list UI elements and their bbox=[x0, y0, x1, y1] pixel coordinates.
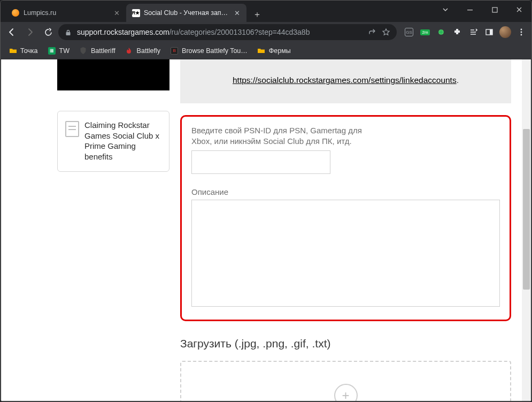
titlebar: Lumpics.ru ✕ R★ Social Club - Учетная за… bbox=[1, 1, 531, 22]
tab-lumpics[interactable]: Lumpics.ru ✕ bbox=[6, 4, 126, 22]
profile-avatar[interactable] bbox=[498, 25, 512, 39]
sidebar-black-panel bbox=[57, 59, 169, 90]
tab-strip: Lumpics.ru ✕ R★ Social Club - Учетная за… bbox=[1, 3, 265, 22]
form-highlighted-section: Введите свой PSN-ID для PSN, Gamertag дл… bbox=[180, 115, 511, 321]
bookmark-label: Battlefly bbox=[137, 47, 160, 55]
tab-socialclub[interactable]: R★ Social Club - Учетная запись Soc ✕ bbox=[126, 4, 246, 22]
extensions-button[interactable] bbox=[450, 25, 464, 39]
battlefy-icon: B bbox=[170, 47, 179, 55]
share-icon[interactable] bbox=[368, 28, 376, 36]
bookmark-label: Фермы bbox=[269, 47, 291, 55]
page-content: Claiming Rockstar Games Social Club x Pr… bbox=[1, 59, 522, 401]
folder-icon bbox=[257, 47, 266, 55]
forward-button[interactable] bbox=[22, 24, 38, 40]
document-icon bbox=[65, 121, 79, 137]
folder-icon bbox=[9, 47, 17, 55]
minimize-button[interactable] bbox=[458, 1, 482, 19]
svg-point-7 bbox=[521, 32, 522, 33]
viewport: Claiming Rockstar Games Social Club x Pr… bbox=[1, 59, 531, 401]
svg-rect-1 bbox=[492, 7, 497, 12]
bookmark-label: TW bbox=[59, 47, 70, 55]
address-bar[interactable]: support.rockstargames.com/ru/categories/… bbox=[58, 24, 397, 40]
extensions-area: GS 2m bbox=[399, 25, 528, 39]
tab-search-button[interactable] bbox=[433, 1, 458, 19]
favicon-lumpics bbox=[11, 9, 20, 17]
main-column: https://socialclub.rockstargames.com/set… bbox=[180, 59, 511, 401]
svg-point-6 bbox=[521, 29, 522, 31]
linked-accounts-link[interactable]: https://socialclub.rockstargames.com/set… bbox=[233, 75, 457, 85]
info-banner: https://socialclub.rockstargames.com/set… bbox=[180, 59, 511, 103]
bookmark-label: Battleriff bbox=[91, 47, 115, 55]
vertical-scrollbar[interactable] bbox=[522, 59, 531, 401]
close-icon[interactable]: ✕ bbox=[112, 9, 121, 17]
reading-list-icon[interactable] bbox=[466, 25, 480, 39]
bookmark-item[interactable]: Точка bbox=[5, 44, 42, 57]
bookmark-label: Browse Battlefy Tou… bbox=[182, 47, 248, 55]
toolbar: support.rockstargames.com/ru/categories/… bbox=[1, 22, 531, 42]
svg-rect-5 bbox=[490, 29, 492, 35]
svg-rect-0 bbox=[467, 10, 473, 10]
bookmark-item[interactable]: B Browse Battlefy Tou… bbox=[166, 44, 251, 57]
url-text: support.rockstargames.com/ru/categories/… bbox=[77, 28, 363, 36]
psn-id-label: Введите свой PSN-ID для PSN, Gamertag дл… bbox=[191, 125, 368, 147]
bookmark-item[interactable]: Battlefly bbox=[121, 44, 164, 57]
svg-point-8 bbox=[521, 34, 522, 36]
reload-button[interactable] bbox=[40, 24, 56, 40]
scrollbar-thumb[interactable] bbox=[523, 129, 530, 290]
bookmark-item[interactable]: Фермы bbox=[253, 44, 295, 57]
ext-icon-3[interactable] bbox=[434, 25, 448, 39]
flame-icon bbox=[125, 47, 134, 55]
shield-icon bbox=[79, 47, 88, 55]
bookmark-item[interactable]: Battleriff bbox=[75, 44, 119, 57]
ext-icon-2[interactable]: 2m bbox=[418, 25, 432, 39]
bookmarks-bar: Точка ▦ TW Battleriff Battlefly B Browse… bbox=[1, 42, 531, 59]
tab-title: Social Club - Учетная запись Soc bbox=[144, 9, 229, 17]
upload-label: Загрузить (.jpg, .png, .gif, .txt) bbox=[180, 337, 511, 350]
favicon-rockstar: R★ bbox=[132, 9, 140, 17]
related-article-title: Claiming Rockstar Games Social Club x Pr… bbox=[84, 120, 161, 162]
bookmark-label: Точка bbox=[20, 47, 38, 55]
back-button[interactable] bbox=[4, 24, 20, 40]
ext-icon-1[interactable]: GS bbox=[402, 25, 416, 39]
side-panel-icon[interactable] bbox=[482, 25, 496, 39]
close-window-button[interactable] bbox=[507, 1, 531, 19]
lock-icon bbox=[65, 29, 72, 36]
description-label: Описание bbox=[191, 187, 500, 198]
close-icon[interactable]: ✕ bbox=[233, 9, 241, 17]
related-article-card[interactable]: Claiming Rockstar Games Social Club x Pr… bbox=[57, 111, 169, 172]
sheets-icon: ▦ bbox=[48, 47, 56, 55]
sidebar-column: Claiming Rockstar Games Social Club x Pr… bbox=[57, 59, 169, 172]
new-tab-button[interactable]: ＋ bbox=[250, 7, 265, 22]
bookmark-item[interactable]: ▦ TW bbox=[44, 44, 73, 57]
menu-button[interactable] bbox=[514, 25, 528, 39]
link-trail: . bbox=[457, 75, 459, 85]
description-textarea[interactable] bbox=[191, 200, 500, 307]
upload-dropzone[interactable]: + bbox=[180, 361, 511, 401]
maximize-button[interactable] bbox=[482, 1, 507, 19]
psn-id-input[interactable] bbox=[191, 150, 330, 174]
plus-icon: + bbox=[334, 384, 358, 401]
star-icon[interactable] bbox=[382, 28, 390, 36]
svg-rect-2 bbox=[66, 32, 71, 35]
tab-title: Lumpics.ru bbox=[24, 9, 109, 17]
window-controls bbox=[433, 1, 531, 19]
